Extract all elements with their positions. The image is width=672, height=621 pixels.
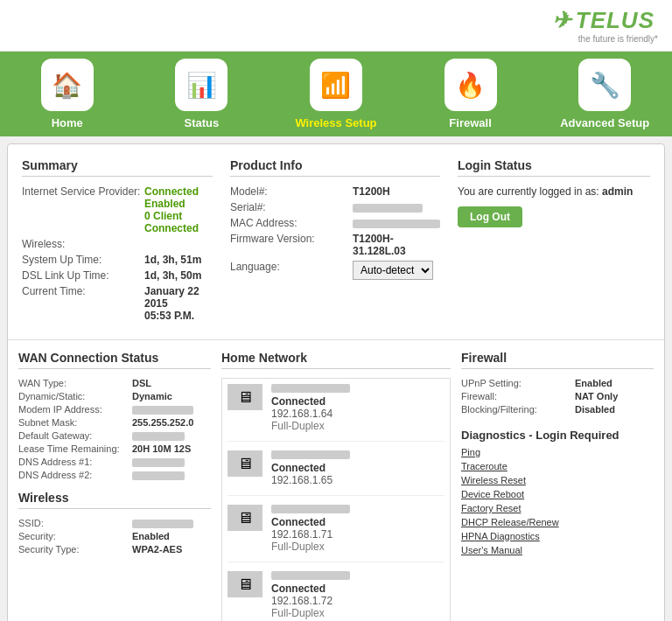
security-type-label: Security Type: bbox=[18, 544, 132, 555]
language-select[interactable]: Auto-detect bbox=[353, 261, 433, 280]
ssid-row: SSID: bbox=[18, 518, 211, 528]
dns1-value bbox=[132, 457, 185, 467]
serial-row: Serial#: bbox=[230, 201, 440, 213]
device-ip-3: 192.168.1.71 bbox=[271, 528, 350, 541]
model-label: Model#: bbox=[230, 185, 353, 198]
device-ip-4: 192.168.1.72 bbox=[271, 595, 350, 607]
login-status-text: You are currently logged in as: admin bbox=[458, 185, 650, 198]
device-duplex-3: Full-Duplex bbox=[271, 541, 350, 553]
diag-dhcp[interactable]: DHCP Release/Renew bbox=[461, 517, 654, 527]
gateway-row: Default Gateway: bbox=[18, 430, 211, 441]
product-info-title: Product Info bbox=[230, 158, 440, 177]
home-icon: 🏠 bbox=[41, 59, 94, 111]
upnp-row: UPnP Setting: Enabled bbox=[461, 378, 654, 388]
brand-name: ✈TELUS bbox=[552, 7, 658, 34]
list-item: 🖥 Connected 192.168.1.71 Full-Duplex bbox=[228, 505, 444, 562]
dns1-label: DNS Address #1: bbox=[18, 457, 132, 467]
home-network-title: Home Network bbox=[221, 351, 451, 369]
security-type-value: WPA2-AES bbox=[132, 544, 182, 555]
modem-ip-label: Modem IP Address: bbox=[18, 404, 132, 415]
diag-manual[interactable]: User's Manual bbox=[461, 545, 654, 555]
dns2-value bbox=[132, 470, 185, 480]
security-value: Enabled bbox=[132, 531, 170, 541]
diag-device-reboot[interactable]: Device Reboot bbox=[461, 489, 654, 499]
ssid-label: SSID: bbox=[18, 518, 132, 528]
dns2-row: DNS Address #2: bbox=[18, 470, 211, 480]
wireless-icon: 📶 bbox=[310, 59, 362, 111]
nav-home[interactable]: 🏠 Home bbox=[15, 59, 120, 129]
firmware-label: Firmware Version: bbox=[230, 233, 353, 257]
device-info-2: Connected 192.168.1.65 bbox=[271, 450, 350, 486]
diag-factory-reset[interactable]: Factory Reset bbox=[461, 503, 654, 513]
home-network-scroll[interactable]: 🖥 Connected 192.168.1.64 Full-Duplex 🖥 C… bbox=[221, 378, 451, 621]
dns1-row: DNS Address #1: bbox=[18, 457, 211, 467]
list-item: 🖥 Connected 192.168.1.64 Full-Duplex bbox=[228, 384, 444, 442]
device-info-4: Connected 192.168.1.72 Full-Duplex bbox=[271, 571, 350, 619]
diag-traceroute[interactable]: Traceroute bbox=[461, 461, 654, 471]
serial-value bbox=[353, 201, 423, 213]
nav-advanced-label: Advanced Setup bbox=[560, 116, 649, 129]
gateway-value bbox=[132, 430, 185, 441]
gateway-label: Default Gateway: bbox=[18, 430, 132, 441]
firewall-row: Firewall: NAT Only bbox=[461, 391, 654, 401]
dynamic-static-value: Dynamic bbox=[132, 391, 172, 401]
nav-firewall[interactable]: 🔥 Firewall bbox=[418, 59, 523, 129]
wan-block: WAN Connection Status WAN Type: DSL Dyna… bbox=[18, 351, 211, 621]
uptime-value: 1d, 3h, 51m bbox=[144, 254, 201, 266]
uptime-label: System Up Time: bbox=[22, 254, 144, 266]
device-duplex-4: Full-Duplex bbox=[271, 607, 350, 619]
dynamic-static-row: Dynamic/Static: Dynamic bbox=[18, 391, 211, 401]
logged-in-user: admin bbox=[602, 185, 633, 198]
upnp-value: Enabled bbox=[575, 378, 612, 388]
subnet-label: Subnet Mask: bbox=[18, 417, 132, 428]
device-duplex-1: Full-Duplex bbox=[271, 420, 350, 432]
wireless-label: Wireless: bbox=[22, 238, 144, 250]
wan-type-label: WAN Type: bbox=[18, 378, 132, 388]
firewall-title: Firewall bbox=[461, 351, 654, 369]
page-header: ✈TELUS the future is friendly* bbox=[0, 0, 672, 52]
nav-advanced[interactable]: 🔧 Advanced Setup bbox=[552, 59, 657, 129]
mac-row: MAC Address: bbox=[230, 217, 440, 229]
diag-hpna[interactable]: HPNA Diagnostics bbox=[461, 531, 654, 541]
time-label: Current Time: bbox=[22, 285, 144, 322]
model-value: T1200H bbox=[353, 185, 390, 198]
modem-ip-row: Modem IP Address: bbox=[18, 404, 211, 415]
wan-type-value: DSL bbox=[132, 378, 151, 388]
nav-firewall-label: Firewall bbox=[449, 116, 491, 129]
upnp-label: UPnP Setting: bbox=[461, 378, 575, 388]
blocking-row: Blocking/Filtering: Disabled bbox=[461, 404, 654, 415]
bottom-section: WAN Connection Status WAN Type: DSL Dyna… bbox=[8, 340, 664, 621]
list-item: 🖥 Connected 192.168.1.65 bbox=[228, 450, 444, 496]
dynamic-static-label: Dynamic/Static: bbox=[18, 391, 132, 401]
uptime-row: System Up Time: 1d, 3h, 51m bbox=[22, 254, 213, 266]
logout-button[interactable]: Log Out bbox=[458, 206, 522, 227]
lease-row: Lease Time Remaining: 20H 10M 12S bbox=[18, 443, 211, 454]
nav-wireless[interactable]: 📶 Wireless Setup bbox=[284, 59, 388, 129]
firewall-label: Firewall: bbox=[461, 391, 575, 401]
firmware-value: T1200H-31.128L.03 bbox=[353, 233, 440, 257]
device-icon-1: 🖥 bbox=[228, 384, 262, 410]
tagline: the future is friendly* bbox=[578, 34, 658, 44]
blocking-label: Blocking/Filtering: bbox=[461, 404, 575, 415]
subnet-value: 255.255.252.0 bbox=[132, 417, 193, 428]
diag-wireless-reset[interactable]: Wireless Reset bbox=[461, 475, 654, 485]
language-label: Language: bbox=[230, 261, 353, 280]
subnet-row: Subnet Mask: 255.255.252.0 bbox=[18, 417, 211, 428]
home-network-block: Home Network 🖥 Connected 192.168.1.64 Fu… bbox=[221, 351, 451, 621]
language-row: Language: Auto-detect bbox=[230, 261, 440, 280]
logo-symbol: ✈ bbox=[552, 7, 572, 33]
device-info-1: Connected 192.168.1.64 Full-Duplex bbox=[271, 384, 350, 432]
diag-ping[interactable]: Ping bbox=[461, 447, 654, 457]
status-icon: 📊 bbox=[175, 59, 228, 111]
ssid-value bbox=[132, 518, 193, 528]
wireless-sub-title: Wireless bbox=[18, 491, 211, 509]
nav-status[interactable]: 📊 Status bbox=[149, 59, 254, 129]
lease-label: Lease Time Remaining: bbox=[18, 443, 132, 454]
security-row: Security: Enabled bbox=[18, 531, 211, 541]
diagnostics-title: Diagnostics - Login Required bbox=[461, 429, 654, 442]
advanced-icon: 🔧 bbox=[578, 59, 631, 111]
blocking-value: Disabled bbox=[575, 404, 615, 415]
nav-wireless-label: Wireless Setup bbox=[295, 116, 376, 129]
summary-section: Summary Internet Service Provider: Conne… bbox=[8, 144, 664, 340]
device-status-2: Connected bbox=[271, 462, 350, 474]
